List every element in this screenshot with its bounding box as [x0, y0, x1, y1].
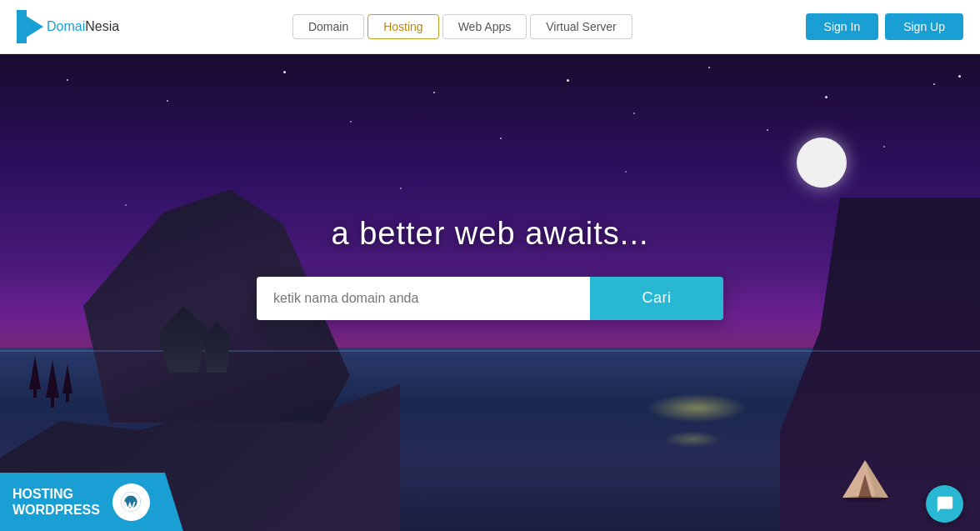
hero-section: a better web awaits... Cari HOSTING WORD… — [0, 54, 980, 531]
logo-icon — [17, 10, 43, 43]
banner-text-line2: WORDPRESS — [12, 502, 100, 518]
nav-hosting[interactable]: Hosting — [368, 14, 438, 39]
chat-icon-svg — [936, 495, 954, 513]
search-button[interactable]: Cari — [590, 277, 723, 320]
nav-links: Domain Hosting Web Apps Virtual Server — [292, 14, 632, 39]
auth-buttons: Sign In Sign Up — [806, 13, 963, 40]
domain-search-input[interactable] — [257, 277, 590, 320]
search-bar: Cari — [257, 277, 723, 320]
nav-domain[interactable]: Domain — [292, 14, 364, 39]
logo[interactable]: DomaiNesia — [17, 10, 119, 43]
logo-nesia: Nesia — [85, 19, 119, 33]
chat-support-icon[interactable] — [926, 485, 963, 523]
bottom-banner[interactable]: HOSTING WORDPRESS — [0, 473, 183, 531]
header: DomaiNesia Domain Hosting Web Apps Virtu… — [0, 0, 980, 54]
wordpress-icon — [112, 483, 150, 521]
banner-blue: HOSTING WORDPRESS — [0, 473, 183, 531]
hero-content: a better web awaits... Cari — [0, 54, 980, 531]
logo-text: DomaiNesia — [47, 19, 119, 34]
svg-marker-1 — [17, 10, 27, 43]
hero-title: a better web awaits... — [331, 216, 648, 252]
banner-text-line1: HOSTING — [12, 486, 100, 502]
nav-web-apps[interactable]: Web Apps — [442, 14, 528, 39]
nav-virtual-server[interactable]: Virtual Server — [530, 14, 632, 39]
signin-button[interactable]: Sign In — [806, 13, 879, 40]
logo-domai: Domai — [47, 19, 85, 33]
signup-button[interactable]: Sign Up — [885, 13, 963, 40]
